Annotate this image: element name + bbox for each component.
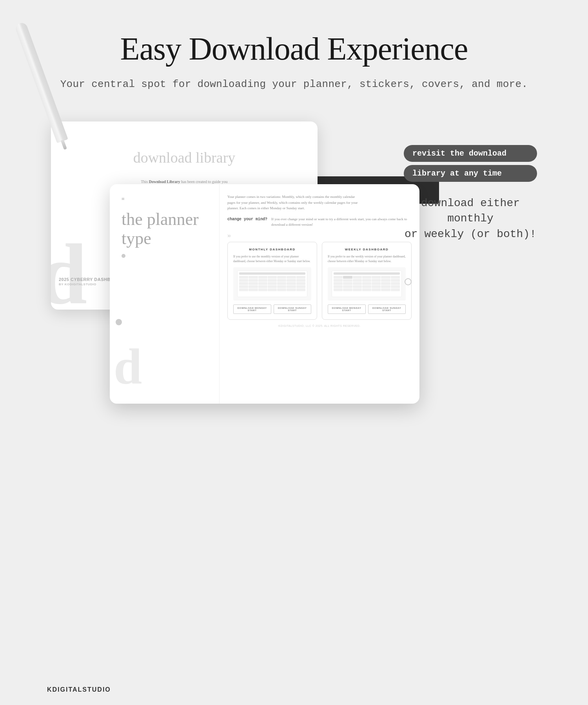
- callout-text: download either monthlyor weekly (or bot…: [404, 196, 537, 242]
- front-tablet-right: Your planner comes in two variations: Mo…: [220, 184, 419, 404]
- weekly-card-title: WEEKLY DASHBOARD: [328, 248, 406, 251]
- change-mind-row: change your mind? If you ever change you…: [227, 217, 412, 227]
- monthly-monday-btn[interactable]: DOWNLOAD MONDAY START: [233, 304, 271, 314]
- dashboard-row: MONTHLY DASHBOARD If you prefer to use t…: [227, 242, 412, 320]
- monthly-dashboard-card: MONTHLY DASHBOARD If you prefer to use t…: [227, 242, 317, 320]
- hamburger-icon: ≡: [122, 196, 207, 202]
- monthly-buttons: DOWNLOAD MONDAY START DOWNLOAD SUNDAY ST…: [233, 304, 311, 314]
- date-row: 30 31: [227, 234, 412, 238]
- change-mind-text: If you ever change your mind or want to …: [271, 217, 412, 227]
- page-wrapper: Easy Download Experience Your central sp…: [0, 0, 588, 705]
- watermark-bg: d: [51, 231, 87, 310]
- monthly-calendar-preview: [233, 267, 311, 301]
- circle-indicator: [116, 319, 122, 325]
- weekly-card-desc: If you prefer to use the weekly version …: [328, 254, 406, 263]
- tf-watermark: d: [114, 341, 142, 392]
- tablet-copyright: KDIGITALSTUDIO, LLC © 2025. ALL RIGHTS R…: [227, 324, 412, 327]
- planner-type-label: the planner type: [122, 210, 207, 248]
- callout-area: revisit the download library at any time…: [404, 145, 537, 242]
- weekly-dashboard-card: WEEKLY DASHBOARD If you prefer to use th…: [322, 242, 412, 320]
- date-30: 30: [227, 234, 230, 238]
- front-tablet-left: ≡ the planner type d: [110, 184, 220, 404]
- weekly-calendar-preview: [328, 267, 406, 301]
- page-subtitle: Your central spot for downloading your p…: [60, 78, 528, 90]
- callout-bubble-1: revisit the download: [404, 145, 537, 162]
- download-library-title: download library: [133, 149, 236, 167]
- change-mind-label: change your mind?: [227, 217, 267, 222]
- monthly-sunday-btn[interactable]: DOWNLOAD SUNDAY START: [274, 304, 312, 314]
- brand-label: KDIGITALSTUDIO: [47, 686, 111, 693]
- weekly-buttons: DOWNLOAD MONDAY START DOWNLOAD SUNDAY ST…: [328, 304, 406, 314]
- monthly-card-desc: If you prefer to use the monthly version…: [233, 254, 311, 263]
- front-tablet: ≡ the planner type d Your planner comes …: [110, 184, 419, 404]
- weekly-sunday-btn[interactable]: DOWNLOAD SUNDAY START: [368, 304, 406, 314]
- dot-indicator: [122, 254, 125, 258]
- header-section: Easy Download Experience Your central sp…: [60, 31, 528, 90]
- tf-description: Your planner comes in two variations: Mo…: [227, 194, 361, 211]
- monthly-card-title: MONTHLY DASHBOARD: [233, 248, 311, 251]
- callout-bubble-2: library at any time: [404, 165, 537, 182]
- page-title: Easy Download Experience: [60, 31, 528, 67]
- weekly-monday-btn[interactable]: DOWNLOAD MONDAY START: [328, 304, 366, 314]
